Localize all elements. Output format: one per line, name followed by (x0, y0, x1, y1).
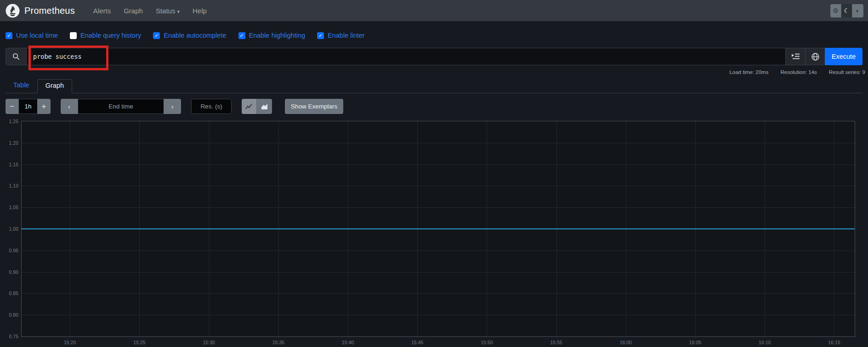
query-options-row: ✓ Use local time Enable query history ✓ … (6, 30, 861, 40)
chevron-down-icon: ▾ (177, 9, 180, 14)
expression-input-row: Execute (6, 48, 862, 65)
checkbox-label: Enable query history (80, 32, 141, 39)
checkbox-enable-query-history[interactable]: Enable query history (70, 32, 141, 39)
line-chart-button[interactable] (242, 99, 257, 114)
resolution-input[interactable] (191, 99, 232, 114)
x-axis-tick-label: 16:15 (828, 340, 840, 345)
y-axis-tick-label: 1.15 (9, 162, 18, 167)
x-axis-tick-label: 15:40 (342, 340, 354, 345)
checkbox-label: Enable linter (328, 32, 365, 39)
range-control-group: − + (6, 99, 51, 114)
x-axis-tick-label: 16:10 (759, 340, 771, 345)
execute-button[interactable]: Execute (825, 48, 862, 65)
y-axis-tick-label: 0.80 (9, 312, 18, 318)
result-series-stat: Result series: 9 (829, 69, 865, 76)
checkbox-enable-autocomplete[interactable]: ✓ Enable autocomplete (153, 32, 226, 39)
checkbox-icon (70, 32, 77, 39)
decrease-range-button[interactable]: − (6, 99, 19, 114)
prometheus-logo-icon (6, 4, 20, 18)
dark-theme-button[interactable]: ☾ (841, 4, 852, 17)
gear-icon: ⚙ (833, 7, 839, 14)
y-axis-tick-label: 1.20 (9, 140, 18, 146)
end-time-input[interactable] (78, 99, 164, 114)
back-time-button[interactable]: ‹ (61, 99, 78, 114)
y-axis-tick-label: 1.10 (9, 183, 18, 188)
x-axis-tick-label: 15:45 (411, 340, 423, 345)
checkbox-label: Enable autocomplete (164, 32, 226, 39)
tab-table[interactable]: Table (6, 79, 37, 93)
metrics-explorer-button[interactable] (805, 48, 825, 65)
expression-input[interactable] (27, 48, 785, 65)
nav-item-alerts[interactable]: Alerts (88, 3, 116, 18)
x-axis-tick-label: 15:20 (64, 340, 76, 345)
search-icon (12, 53, 20, 60)
search-icon-box (6, 48, 27, 65)
graph-plot[interactable]: 1.251.201.151.101.051.000.950.900.850.80… (21, 121, 855, 337)
x-axis-tick-label: 16:05 (689, 340, 701, 345)
x-axis-tick-label: 16:00 (620, 340, 632, 345)
x-axis-tick-label: 15:25 (133, 340, 145, 345)
forward-time-button[interactable]: › (164, 99, 181, 114)
checkbox-icon: ✓ (6, 32, 12, 39)
moon-icon: ☾ (844, 7, 850, 14)
series-lines (22, 121, 855, 336)
nav-item-graph[interactable]: Graph (118, 3, 148, 18)
load-time-stat: Load time: 20ms (729, 69, 768, 76)
checkbox-enable-highlighting[interactable]: ✓ Enable highlighting (238, 32, 306, 39)
x-axis-tick-label: 15:50 (481, 340, 493, 345)
metrics-list-icon (792, 53, 800, 60)
resolution-stat: Resolution: 14s (780, 69, 817, 76)
y-axis-tick-label: 1.05 (9, 205, 18, 210)
chart-type-group (242, 99, 272, 114)
show-exemplars-button[interactable]: Show Exemplars (285, 99, 343, 114)
nav-item-help[interactable]: Help (187, 3, 212, 18)
range-input[interactable] (19, 99, 37, 114)
y-axis-tick-label: 0.75 (9, 334, 18, 339)
y-axis-tick-label: 1.25 (9, 119, 18, 124)
theme-toggle-group: ⚙ ☾ ◐ (830, 4, 863, 17)
y-axis-tick-label: 0.95 (9, 248, 18, 253)
globe-icon (811, 53, 819, 61)
tab-graph[interactable]: Graph (37, 79, 72, 93)
settings-gear-button[interactable]: ⚙ (830, 4, 841, 17)
line-chart-icon (245, 103, 253, 110)
checkbox-use-local-time[interactable]: ✓ Use local time (6, 32, 58, 39)
checkbox-label: Use local time (16, 32, 58, 39)
endtime-control-group: ‹ › (61, 99, 181, 114)
expression-input-group (6, 48, 825, 65)
x-axis-tick-label: 15:30 (203, 340, 215, 345)
checkbox-enable-linter[interactable]: ✓ Enable linter (317, 32, 365, 39)
y-axis-tick-label: 0.85 (9, 290, 18, 296)
query-options-button[interactable] (785, 48, 805, 65)
graph-controls: − + ‹ › Show Exemplars (6, 99, 862, 114)
increase-range-button[interactable]: + (37, 99, 51, 114)
y-axis-tick-label: 0.90 (9, 269, 18, 275)
navbar: Prometheus Alerts Graph Status▾ Help ⚙ ☾… (0, 0, 868, 21)
nav-links: Alerts Graph Status▾ Help (88, 3, 830, 18)
checkbox-icon: ✓ (317, 32, 324, 39)
query-stats-row: Load time: 20ms Resolution: 14s Result s… (0, 69, 868, 76)
x-axis-tick-label: 15:35 (272, 340, 284, 345)
stacked-chart-icon (261, 103, 268, 110)
x-axis-tick-label: 15:55 (550, 340, 562, 345)
prometheus-brand[interactable]: Prometheus (6, 4, 75, 18)
stacked-chart-button[interactable] (257, 99, 272, 114)
brand-title: Prometheus (24, 6, 75, 16)
y-axis-tick-label: 1.00 (9, 226, 18, 232)
checkbox-icon: ✓ (153, 32, 160, 39)
nav-item-status[interactable]: Status▾ (150, 3, 185, 18)
checkbox-icon: ✓ (238, 32, 245, 39)
contrast-icon: ◐ (856, 7, 860, 14)
panel-tabs: Table Graph (6, 79, 862, 93)
checkbox-label: Enable highlighting (249, 32, 306, 39)
auto-theme-button[interactable]: ◐ (852, 4, 863, 17)
